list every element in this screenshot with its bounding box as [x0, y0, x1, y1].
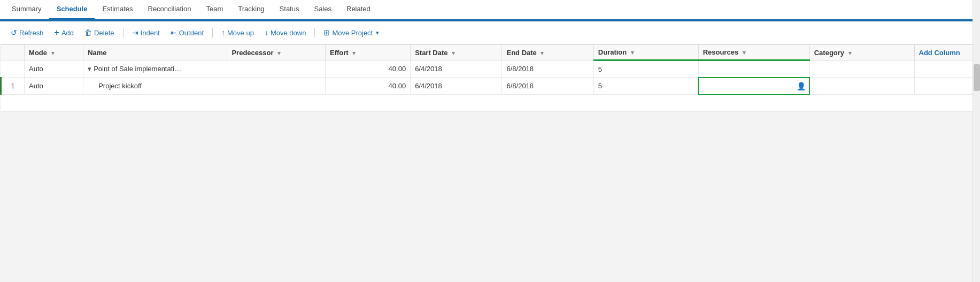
- refresh-button[interactable]: ↺ Refresh: [6, 26, 48, 39]
- moveproject-chevron-icon: ▾: [376, 29, 379, 36]
- col-header-mode[interactable]: Mode ▾: [25, 45, 83, 60]
- startdate-cell: 6/4/2018: [411, 60, 502, 78]
- table-header-row: Mode ▾ Name Predecessor ▾ Effort ▾ Start…: [1, 45, 980, 60]
- scrollbar-thumb[interactable]: [974, 64, 980, 91]
- table-row[interactable]: 1 Auto Project kickoff 40.00 6/4/2018 6/…: [1, 78, 980, 95]
- effort-cell: 40.00: [326, 78, 411, 95]
- grid-container: Mode ▾ Name Predecessor ▾ Effort ▾ Start…: [0, 44, 980, 112]
- startdate-cell: 6/4/2018: [411, 78, 502, 95]
- addcol-cell: [914, 60, 979, 78]
- tab-summary[interactable]: Summary: [4, 0, 49, 19]
- resource-person-icon[interactable]: 👤: [797, 82, 806, 90]
- category-cell: [809, 60, 914, 78]
- add-button[interactable]: + Add: [50, 26, 78, 40]
- startdate-filter-icon[interactable]: ▾: [452, 50, 455, 57]
- col-header-predecessor[interactable]: Predecessor ▾: [227, 45, 326, 60]
- tab-team[interactable]: Team: [198, 0, 230, 19]
- schedule-table: Mode ▾ Name Predecessor ▾ Effort ▾ Start…: [0, 44, 980, 112]
- moveproject-icon: ⊞: [323, 28, 330, 37]
- predecessor-filter-icon[interactable]: ▾: [277, 50, 281, 57]
- col-header-rownum: [1, 45, 25, 60]
- category-cell: [809, 78, 914, 95]
- effort-filter-icon[interactable]: ▾: [352, 50, 356, 57]
- indent-icon: ⇥: [132, 28, 138, 37]
- moveup-icon: ↑: [221, 28, 225, 37]
- col-header-name[interactable]: Name: [83, 45, 227, 60]
- enddate-filter-icon[interactable]: ▾: [541, 50, 544, 57]
- moveup-button[interactable]: ↑ Move up: [217, 26, 258, 39]
- tab-related[interactable]: Related: [339, 0, 378, 19]
- row-num-cell: [1, 60, 25, 78]
- nav-tabs: Summary Schedule Estimates Reconciliatio…: [0, 0, 980, 19]
- indent-button[interactable]: ⇥ Indent: [128, 26, 164, 39]
- name-cell: Project kickoff: [83, 78, 227, 95]
- predecessor-cell: [227, 78, 326, 95]
- toolbar-sep-3: [314, 28, 315, 37]
- toolbar-sep-2: [212, 28, 213, 37]
- toolbar: ↺ Refresh + Add 🗑 Delete ⇥ Indent ⇤ Outd…: [0, 21, 980, 44]
- category-filter-icon[interactable]: ▾: [848, 50, 852, 57]
- row-num-cell: 1: [1, 78, 25, 95]
- name-cell: ▾Point of Sale implementati…: [83, 60, 227, 78]
- enddate-cell: 6/8/2018: [502, 60, 593, 78]
- refresh-icon: ↺: [11, 28, 17, 37]
- tab-reconciliation[interactable]: Reconciliation: [141, 0, 199, 19]
- expand-icon[interactable]: ▾: [88, 65, 91, 73]
- resources-cell[interactable]: 👤: [698, 78, 809, 95]
- duration-cell: 5: [593, 78, 698, 95]
- col-header-category[interactable]: Category ▾: [809, 45, 914, 60]
- delete-button[interactable]: 🗑 Delete: [80, 26, 119, 39]
- col-header-duration[interactable]: Duration ▾: [593, 45, 698, 60]
- col-header-resources[interactable]: Resources ▾: [698, 45, 809, 60]
- table-row[interactable]: Auto ▾Point of Sale implementati… 40.00 …: [1, 60, 980, 78]
- mode-filter-icon[interactable]: ▾: [51, 50, 55, 57]
- duration-filter-icon[interactable]: ▾: [631, 49, 634, 56]
- tab-status[interactable]: Status: [272, 0, 307, 19]
- add-icon: +: [55, 28, 59, 37]
- tab-estimates[interactable]: Estimates: [95, 0, 140, 19]
- mode-cell: Auto: [25, 60, 83, 78]
- addcol-cell: [914, 78, 979, 95]
- delete-icon: 🗑: [84, 28, 92, 37]
- resources-filter-icon[interactable]: ▾: [743, 49, 746, 56]
- effort-cell: 40.00: [326, 60, 411, 78]
- outdent-button[interactable]: ⇤ Outdent: [166, 26, 208, 39]
- resources-cell: [698, 60, 809, 78]
- table-row-empty: [1, 95, 980, 112]
- col-header-effort[interactable]: Effort ▾: [326, 45, 411, 60]
- moveproject-button[interactable]: ⊞ Move Project ▾: [319, 26, 383, 39]
- toolbar-sep-1: [123, 28, 124, 37]
- movedown-icon: ↓: [265, 28, 268, 37]
- outdent-icon: ⇤: [171, 28, 177, 37]
- col-header-startdate[interactable]: Start Date ▾: [411, 45, 502, 60]
- tab-schedule[interactable]: Schedule: [49, 0, 95, 19]
- tab-sales[interactable]: Sales: [306, 0, 339, 19]
- movedown-button[interactable]: ↓ Move down: [260, 26, 310, 39]
- mode-cell: Auto: [25, 78, 83, 95]
- tab-tracking[interactable]: Tracking: [230, 0, 272, 19]
- col-header-addcol[interactable]: Add Column: [914, 45, 979, 60]
- duration-cell: 5: [593, 60, 698, 78]
- predecessor-cell: [227, 60, 326, 78]
- col-header-enddate[interactable]: End Date ▾: [502, 45, 593, 60]
- enddate-cell: 6/8/2018: [502, 78, 593, 95]
- vertical-scrollbar[interactable]: [973, 44, 980, 112]
